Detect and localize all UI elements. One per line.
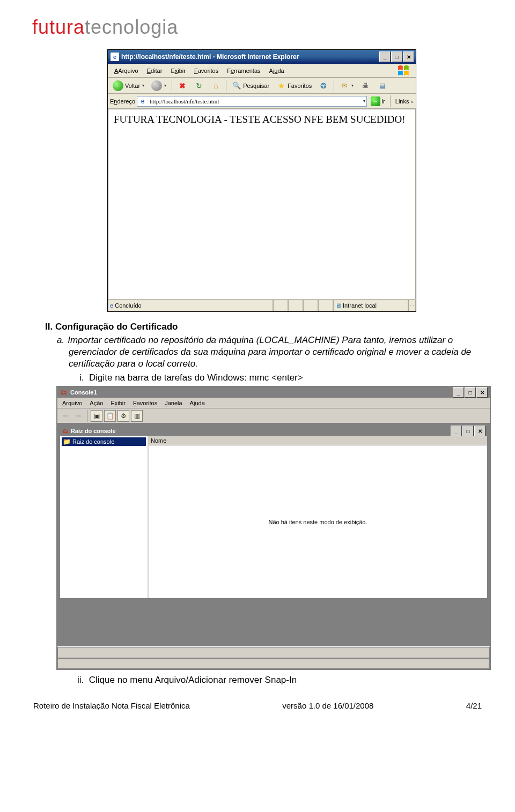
mmc-menu-favoritos[interactable]: Favoritos <box>129 399 161 407</box>
ie-toolbar: ←Voltar▾ →▾ ✖ ↻ ⌂ 🔍Pesquisar ★Favoritos … <box>108 78 416 94</box>
footer-right: 4/21 <box>466 701 482 710</box>
maximize-button[interactable]: □ <box>462 426 474 436</box>
page-footer: Roteiro de Instalação Nota Fiscal Eletrô… <box>32 701 483 710</box>
home-button[interactable]: ⌂ <box>208 79 223 92</box>
menu-ferramentas[interactable]: Ferramentas <box>223 66 264 76</box>
tool-button[interactable]: ▣ <box>91 410 102 422</box>
nav-fwd-button[interactable]: ⇨ <box>73 410 85 422</box>
console-root-icon: 🗂 <box>62 427 69 435</box>
address-input-wrap[interactable]: e ▾ <box>137 96 367 107</box>
step-i: i. Digite na barra de tarefas do Windows… <box>91 372 483 384</box>
minimize-button[interactable]: _ <box>453 387 464 398</box>
step-ii: ii. Clique no menu Arquivo/Adicionar rem… <box>91 674 483 686</box>
section-heading: II. Configuração do Certificado <box>45 322 483 332</box>
page-icon: e <box>138 97 147 106</box>
mmc-split: 📁 Raiz do console Nome Não há itens nest… <box>60 436 487 598</box>
menu-editar[interactable]: Editar <box>143 66 167 76</box>
status-zone: 🖥 Intranet local <box>333 300 408 311</box>
mmc-statusbar <box>57 646 490 669</box>
resize-grip[interactable]: ⋰ <box>408 300 416 311</box>
minimize-button[interactable]: _ <box>379 51 391 62</box>
status-cell <box>318 300 333 311</box>
mmc-menu-exibir[interactable]: Exibir <box>107 399 129 407</box>
step-a: a.Importar certificado no repositório da… <box>69 334 483 370</box>
go-button[interactable]: →Ir <box>369 96 387 107</box>
logo-red: futura <box>32 16 85 39</box>
search-button[interactable]: 🔍Pesquisar <box>229 79 272 92</box>
ie-content: FUTURA TECNOLOGIA - TESTE ACESSO NFE BEM… <box>108 109 416 300</box>
mmc-child-title-text: Raiz do console <box>71 428 451 434</box>
ie-window: e http://localhost/nfe/teste.html - Micr… <box>107 49 416 312</box>
links-label[interactable]: Links » <box>395 98 414 105</box>
mmc-window-buttons: _ □ ✕ <box>453 387 488 398</box>
back-button[interactable]: ←Voltar▾ <box>110 79 147 93</box>
menu-arquivo[interactable]: AArquivo <box>110 66 143 76</box>
footer-center: versão 1.0 de 16/01/2008 <box>282 701 373 710</box>
mmc-titlebar: 🗂 Console1 _ □ ✕ <box>57 387 490 398</box>
forward-button[interactable]: →▾ <box>149 79 169 93</box>
mmc-workspace: 🗂 Raiz do console _ □ ✕ 📁 Raiz do consol… <box>57 423 490 646</box>
menu-favoritos[interactable]: Favoritos <box>190 66 223 76</box>
refresh-button[interactable]: ↻ <box>192 79 207 92</box>
step-ii-label: ii. <box>77 675 84 685</box>
menu-ajuda[interactable]: Ajuda <box>265 66 289 76</box>
maximize-button[interactable]: □ <box>391 51 402 62</box>
menu-exibir[interactable]: Exibir <box>166 66 190 76</box>
footer-left: Roteiro de Instalação Nota Fiscal Eletrô… <box>33 701 190 710</box>
mmc-window: 🗂 Console1 _ □ ✕ Arquivo Ação Exibir Fav… <box>56 386 491 670</box>
ie-addressbar: Endereço e ▾ →Ir Links » <box>108 94 416 109</box>
maximize-button[interactable]: □ <box>465 387 476 398</box>
mmc-menubar: Arquivo Ação Exibir Favoritos Janela Aju… <box>57 398 490 408</box>
ie-menubar: AArquivo Editar Exibir Favoritos Ferrame… <box>108 64 416 78</box>
step-a-body: Importar certificado no repositório da m… <box>68 335 471 369</box>
list-pane: Nome Não há itens neste modo de exibição… <box>149 436 487 598</box>
tree-root-label: Raiz do console <box>72 438 114 445</box>
mmc-menu-janela[interactable]: Janela <box>161 399 186 407</box>
close-button[interactable]: ✕ <box>474 426 485 436</box>
mmc-menu-acao[interactable]: Ação <box>86 399 107 407</box>
list-empty-message: Não há itens neste modo de exibição. <box>149 445 487 598</box>
logo-gray: tecnologia <box>85 16 178 39</box>
tool-button[interactable]: ⚙ <box>117 410 129 422</box>
window-buttons: _ □ ✕ <box>379 51 414 62</box>
print-button[interactable]: 🖶 <box>358 79 373 92</box>
status-done: e Concluído <box>108 300 273 311</box>
address-label: Endereço <box>110 98 135 105</box>
tool-button[interactable]: ▥ <box>131 410 143 422</box>
folder-icon: 📁 <box>63 438 71 445</box>
step-i-label: i. <box>79 373 84 383</box>
tree-root-item[interactable]: 📁 Raiz do console <box>62 437 146 446</box>
ie-titlebar: e http://localhost/nfe/teste.html - Micr… <box>108 50 416 64</box>
edit-button[interactable]: ▤ <box>374 79 389 92</box>
address-dropdown-icon[interactable]: ▾ <box>363 99 365 103</box>
tree-pane[interactable]: 📁 Raiz do console <box>60 436 149 598</box>
step-a-label: a. <box>57 335 64 345</box>
ie-icon: e <box>111 53 119 61</box>
mmc-icon: 🗂 <box>60 388 68 397</box>
status-cell <box>303 300 318 311</box>
mmc-bottom-area <box>59 599 488 645</box>
list-header[interactable]: Nome <box>149 436 487 445</box>
close-button[interactable]: ✕ <box>476 387 488 398</box>
step-ii-body: Clique no menu Arquivo/Adicionar remover… <box>89 675 297 685</box>
minimize-button[interactable]: _ <box>451 426 462 436</box>
mail-button[interactable]: ✉▾ <box>337 79 356 92</box>
page-message: FUTURA TECNOLOGIA - TESTE ACESSO NFE BEM… <box>114 114 410 125</box>
tool-button[interactable]: 📋 <box>104 410 116 422</box>
nav-back-button[interactable]: ⇦ <box>60 410 71 422</box>
address-input[interactable] <box>149 98 363 105</box>
status-cell <box>288 300 303 311</box>
step-i-body: Digite na barra de tarefas do Windows: m… <box>89 373 303 383</box>
mmc-menu-ajuda[interactable]: Ajuda <box>186 399 209 407</box>
windows-logo-icon <box>394 64 414 77</box>
close-button[interactable]: ✕ <box>403 51 414 62</box>
stop-button[interactable]: ✖ <box>175 79 190 92</box>
favorites-button[interactable]: ★Favoritos <box>274 79 314 92</box>
mmc-child-titlebar: 🗂 Raiz do console _ □ ✕ <box>60 426 487 436</box>
brand-logo: futuratecnologia <box>32 16 483 39</box>
history-button[interactable]: ❂ <box>316 79 331 92</box>
mmc-child-window: 🗂 Raiz do console _ □ ✕ 📁 Raiz do consol… <box>59 425 488 599</box>
ie-title-text: http://localhost/nfe/teste.html - Micros… <box>121 53 379 61</box>
mmc-menu-arquivo[interactable]: Arquivo <box>58 399 86 407</box>
status-cell <box>273 300 288 311</box>
